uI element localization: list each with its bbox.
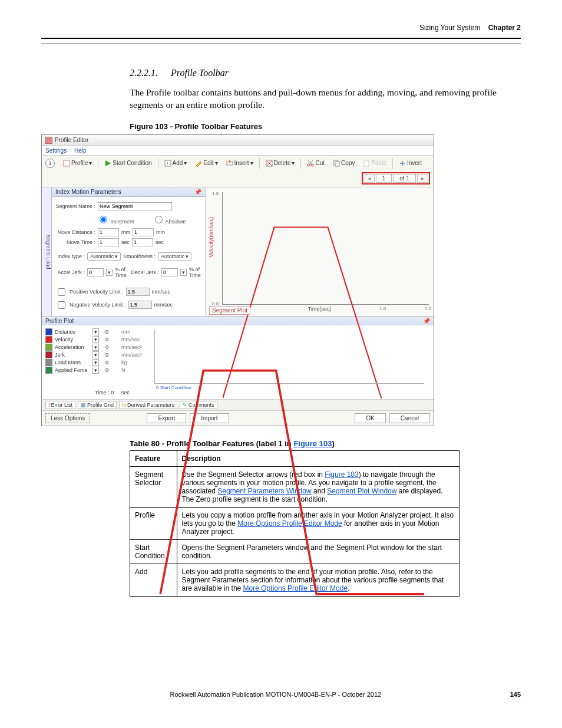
- add-icon: +: [164, 160, 171, 167]
- segment-name-input[interactable]: [98, 202, 172, 210]
- smoothness-label: Smoothness :: [123, 253, 156, 259]
- play-icon: [104, 160, 111, 167]
- profile-plot-title: Profile Plot: [45, 318, 74, 324]
- neg-vel-input: [128, 301, 152, 309]
- color-swatch: [45, 351, 52, 358]
- decel-jerk-label: Decel Jerk :: [130, 269, 159, 275]
- menubar: Settings Help: [42, 146, 434, 156]
- list-item: Acceleration▾0mm/sec²: [45, 344, 148, 351]
- pos-vel-check[interactable]: [58, 288, 65, 296]
- list-item: Applied Force▾0N: [45, 367, 148, 374]
- svg-marker-2: [105, 160, 111, 166]
- section-number: 2.2.2.1.: [130, 68, 158, 78]
- pager-current[interactable]: 1: [376, 174, 392, 183]
- toolbar-label-badge: 1: [45, 159, 55, 168]
- section-title: Profile Toolbar: [171, 68, 229, 78]
- move-distance-label: Move Distance :: [55, 229, 95, 235]
- index-type-label: Index type :: [55, 253, 85, 259]
- list-item: Jerk▾0mm/sec³: [45, 351, 148, 358]
- move-time-input[interactable]: [98, 238, 119, 246]
- cut-button[interactable]: Cut: [305, 159, 327, 168]
- invert-button[interactable]: Invert: [396, 159, 424, 168]
- paste-icon: [363, 160, 370, 167]
- absolute-radio[interactable]: Absolute: [152, 214, 186, 225]
- insert-button[interactable]: Insert ▾: [224, 159, 256, 168]
- chart-ylabel: Velocity(mm/sec): [208, 217, 214, 258]
- profile-plot-chart: 0 Start Condition: [154, 330, 424, 384]
- pager-prev[interactable]: ◂: [363, 174, 375, 183]
- start-condition-button[interactable]: Start Condition: [102, 159, 154, 168]
- pos-vel-input: [126, 288, 150, 296]
- pager-next[interactable]: ▸: [417, 174, 428, 183]
- list-item: Load Mass▾0kg: [45, 359, 148, 366]
- neg-vel-check[interactable]: [58, 301, 65, 309]
- increment-radio[interactable]: Increment: [97, 214, 134, 225]
- color-swatch: [45, 367, 52, 374]
- delete-icon: [266, 160, 273, 167]
- profile-button[interactable]: Profile ▾: [61, 159, 94, 168]
- color-swatch: [45, 359, 52, 366]
- delete-button[interactable]: Delete ▾: [263, 159, 297, 168]
- edit-button[interactable]: Edit ▾: [193, 159, 220, 168]
- segment-selector: ◂ 1 of 1 ▸: [362, 172, 430, 185]
- move-distance-input[interactable]: [98, 228, 119, 236]
- tab-profile-grid[interactable]: ▦Profile Grid: [78, 401, 117, 409]
- invert-icon: [399, 160, 406, 167]
- time-value: 0: [111, 390, 114, 396]
- window-title: Profile Editor: [55, 137, 88, 143]
- accel-jerk-input[interactable]: [87, 268, 104, 276]
- edit-icon: [195, 160, 202, 167]
- body-paragraph: The Profile toolbar contains buttons and…: [130, 87, 521, 111]
- panel-title: Index Motion Parameters: [55, 189, 121, 195]
- segment-plot-chart: 0.0 1.8 0.0 1.0 1.2: [222, 192, 429, 305]
- insert-icon: [226, 160, 233, 167]
- smoothness-select[interactable]: Automatic ▾: [158, 252, 191, 261]
- svg-text:+: +: [166, 160, 169, 166]
- profile-editor-screenshot: Profile Editor Settings Help 1 Profile ▾…: [41, 134, 434, 426]
- header-chapter: Chapter 2: [488, 24, 521, 32]
- svg-rect-15: [364, 161, 369, 166]
- cut-icon: [307, 160, 314, 167]
- publication-info: Rockwell Automation Publication MOTION-U…: [41, 691, 510, 698]
- pager-total: of 1: [393, 174, 416, 183]
- index-type-select[interactable]: Automatic ▾: [87, 252, 121, 261]
- header-rule-light: [41, 44, 521, 44]
- svg-rect-14: [335, 162, 339, 166]
- svg-rect-0: [45, 137, 52, 144]
- neg-vel-label: Negative Velocity Limit :: [70, 302, 126, 308]
- tab-error-list[interactable]: !Error List: [45, 401, 75, 409]
- segment-name-label: Segment Name :: [55, 203, 95, 209]
- menu-help[interactable]: Help: [74, 147, 87, 154]
- profile-icon: [63, 160, 70, 167]
- header-rule-heavy: [41, 38, 521, 39]
- parameters-panel: Index Motion Parameters📌 Segment Name : …: [52, 187, 206, 316]
- start-condition-marker: 0 Start Condition: [156, 385, 191, 390]
- panel-pin-icon[interactable]: 📌: [194, 189, 201, 195]
- copy-icon: [333, 160, 340, 167]
- segment-load-tab[interactable]: Segment Load: [42, 187, 52, 316]
- svg-rect-1: [64, 160, 70, 166]
- segment-plot-tab[interactable]: Segment Plot: [209, 306, 250, 315]
- app-icon: [45, 137, 52, 144]
- profile-plot-legend: Distance▾0mmVelocity▾0mm/secAcceleration…: [45, 328, 148, 386]
- add-button[interactable]: +Add ▾: [162, 159, 190, 168]
- accel-jerk-label: Accel Jerk :: [55, 269, 85, 275]
- color-swatch: [45, 328, 52, 335]
- menu-settings[interactable]: Settings: [45, 147, 67, 154]
- list-item: Velocity▾0mm/sec: [45, 336, 148, 343]
- move-time-label: Move Time :: [55, 239, 95, 245]
- copy-button[interactable]: Copy: [330, 159, 357, 168]
- paste-button[interactable]: Paste: [361, 159, 389, 168]
- header-breadcrumb: Sizing Your System: [419, 24, 480, 32]
- page-footer: Rockwell Automation Publication MOTION-U…: [41, 691, 521, 698]
- color-swatch: [45, 344, 52, 351]
- segment-plot-panel: Velocity(mm/sec) 0.0 1.8 0.0 1.0 1.2 Tim…: [206, 187, 434, 316]
- less-options-button[interactable]: Less Options: [45, 413, 90, 423]
- figure-caption: Figure 103 - Profile Toolbar Features: [130, 122, 521, 131]
- section-heading: 2.2.2.1. Profile Toolbar: [130, 68, 521, 78]
- list-item: Distance▾0mm: [45, 328, 148, 335]
- decel-jerk-input[interactable]: [161, 268, 178, 276]
- page-number: 145: [510, 691, 521, 698]
- color-swatch: [45, 336, 52, 343]
- profile-toolbar: 1 Profile ▾ Start Condition +Add ▾ Edit …: [42, 156, 434, 187]
